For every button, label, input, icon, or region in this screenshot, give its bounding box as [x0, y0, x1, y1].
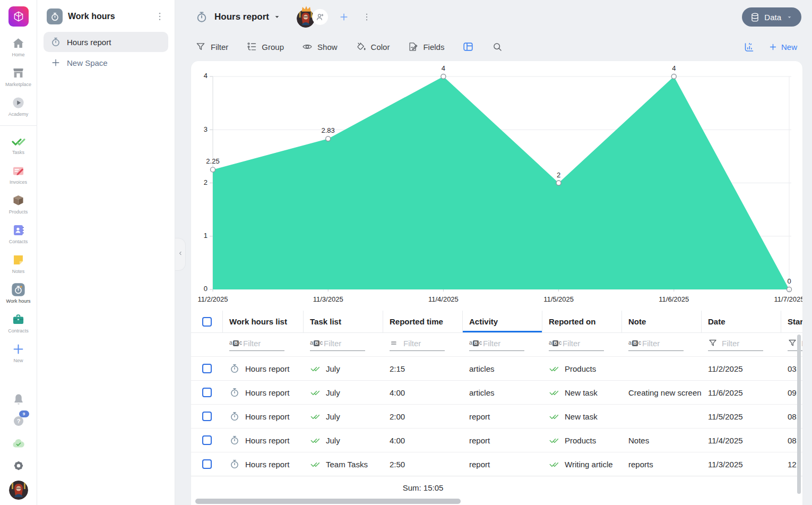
plus-icon	[768, 42, 778, 52]
rail-item-notes[interactable]: Notes	[6, 253, 31, 274]
add-icon[interactable]	[339, 12, 349, 22]
cell-note[interactable]	[622, 404, 702, 428]
cell-reported-on[interactable]: New task	[542, 404, 622, 428]
page-title[interactable]: Hours report	[214, 12, 269, 22]
rail-item-home[interactable]: Home	[5, 36, 31, 57]
invite-member-icon[interactable]	[312, 9, 328, 25]
data-button[interactable]: Data	[742, 7, 801, 27]
rail-item-work-hours[interactable]: Work hours	[6, 283, 31, 304]
cell-reported-time[interactable]: 2:15	[383, 356, 463, 380]
flowlu-logo-icon[interactable]	[8, 6, 29, 27]
cell-activity[interactable]: report	[463, 404, 542, 428]
row-checkbox[interactable]	[202, 459, 212, 469]
cell-date[interactable]: 11/2/2025	[702, 356, 781, 380]
cell-reported-on[interactable]: Writing article	[542, 452, 622, 476]
cell-work-hours-list[interactable]: Hours report	[223, 452, 304, 476]
rail-item-contacts[interactable]: Contacts	[6, 223, 31, 244]
cell-reported-on[interactable]: Products	[542, 356, 622, 380]
user-avatar[interactable]	[9, 481, 28, 500]
row-checkbox[interactable]	[202, 364, 212, 373]
cell-activity[interactable]: report	[463, 452, 542, 476]
rail-item-invoices[interactable]: Invoices	[6, 164, 31, 185]
column-header-activity[interactable]: Activity	[463, 311, 542, 333]
cloud-check-icon[interactable]	[12, 437, 25, 451]
cell-note[interactable]	[622, 356, 702, 380]
color-button[interactable]: Color	[356, 41, 390, 52]
cell-reported-time[interactable]: 2:50	[383, 452, 463, 476]
cell-date[interactable]: 11/6/2025	[702, 380, 781, 404]
help-icon[interactable]: ? 9	[12, 414, 25, 429]
column-header-note[interactable]: Note	[622, 311, 702, 333]
row-checkbox[interactable]	[202, 435, 212, 445]
filter-input-work-hours-list[interactable]	[243, 339, 280, 348]
cell-work-hours-list[interactable]: Hours report	[223, 428, 304, 452]
search-icon[interactable]	[492, 41, 503, 52]
cell-note[interactable]: reports	[622, 452, 702, 476]
rail-item-new[interactable]: New	[11, 342, 25, 363]
rail-item-products[interactable]: Products	[6, 193, 31, 215]
row-checkbox[interactable]	[202, 388, 212, 397]
cell-reported-time[interactable]: 4:00	[383, 428, 463, 452]
filter-cell-activity: aBc	[463, 333, 542, 356]
table-filter-row: aBcaBcaBcaBcaBc	[191, 333, 802, 356]
cell-activity[interactable]: articles	[463, 380, 542, 404]
rail-item-tasks[interactable]: Tasks	[6, 134, 31, 155]
cell-note[interactable]: Creating new screen	[622, 380, 702, 404]
cell-reported-on[interactable]: New task	[542, 380, 622, 404]
cell-task-list[interactable]: July	[304, 404, 383, 428]
data-button-label: Data	[764, 13, 781, 22]
vertical-scrollbar[interactable]	[797, 335, 801, 494]
cell-date[interactable]: 11/5/2025	[702, 404, 781, 428]
rail-item-marketplace[interactable]: Marketplace	[5, 66, 31, 87]
new-space-button[interactable]: New Space	[44, 53, 168, 72]
cell-activity[interactable]: report	[463, 428, 542, 452]
cell-note[interactable]: Notes	[622, 428, 702, 452]
rail-item-contracts[interactable]: Contracts	[6, 312, 31, 333]
select-all-checkbox[interactable]	[202, 317, 212, 327]
horizontal-scrollbar-thumb[interactable]	[195, 499, 461, 504]
column-header-reported-time[interactable]: Reported time	[383, 311, 463, 333]
table-view-icon[interactable]	[462, 41, 474, 53]
panel-item-hours-report[interactable]: Hours report	[44, 32, 168, 52]
column-header-work-hours-list[interactable]: Work hours list	[223, 311, 304, 333]
cell-work-hours-list[interactable]: Hours report	[223, 380, 304, 404]
cell-reported-time[interactable]: 2:00	[383, 404, 463, 428]
group-button[interactable]: Group	[246, 41, 284, 52]
cell-work-hours-list[interactable]: Hours report	[223, 356, 304, 380]
column-header-date[interactable]: Date	[702, 311, 781, 333]
cell-task-list[interactable]: July	[304, 356, 383, 380]
cell-task-list[interactable]: July	[304, 380, 383, 404]
row-checkbox[interactable]	[202, 412, 212, 421]
bell-icon[interactable]	[12, 392, 25, 406]
filter-input-note[interactable]	[642, 339, 679, 348]
filter-input-reported-time[interactable]	[403, 339, 440, 348]
filter-input-start-time[interactable]	[801, 339, 802, 348]
chevron-down-icon[interactable]	[272, 12, 282, 22]
filter-button[interactable]: Filter	[195, 41, 228, 52]
filter-input-activity[interactable]	[483, 339, 520, 348]
cell-reported-time[interactable]: 4:00	[383, 380, 463, 404]
column-header-task-list[interactable]: Task list	[304, 311, 383, 333]
more-options-icon[interactable]	[154, 11, 165, 22]
filter-input-task-list[interactable]	[324, 339, 361, 348]
cell-task-list[interactable]: July	[304, 428, 383, 452]
new-record-button[interactable]: New	[768, 42, 797, 52]
cell-date[interactable]: 11/3/2025	[702, 452, 781, 476]
more-options-icon[interactable]	[362, 12, 372, 22]
cell-reported-on[interactable]: Products	[542, 428, 622, 452]
cell-work-hours-list[interactable]: Hours report	[223, 404, 304, 428]
column-header-start-time[interactable]: Start time	[781, 311, 802, 333]
top-bar: Hours report Data	[175, 0, 812, 34]
gear-icon[interactable]	[12, 459, 25, 473]
cell-activity[interactable]: articles	[463, 356, 542, 380]
cell-task-list[interactable]: Team Tasks	[304, 452, 383, 476]
filter-input-reported-on[interactable]	[563, 339, 600, 348]
column-header-reported-on[interactable]: Reported on	[542, 311, 622, 333]
cell-date[interactable]: 11/4/2025	[702, 428, 781, 452]
panel-collapse-handle[interactable]	[175, 238, 186, 271]
filter-input-date[interactable]	[722, 339, 759, 348]
fields-button[interactable]: Fields	[408, 41, 444, 52]
show-button[interactable]: Show	[302, 41, 338, 52]
chart-view-icon[interactable]	[744, 41, 755, 53]
rail-item-academy[interactable]: Academy	[5, 96, 31, 117]
